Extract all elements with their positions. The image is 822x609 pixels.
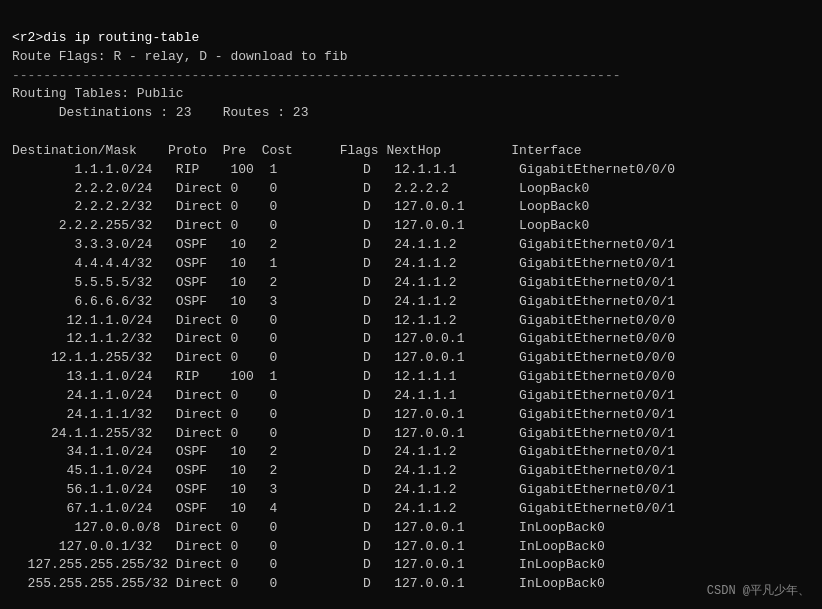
table-row: 255.255.255.255/32 Direct 0 0 D 127.0.0.… (12, 576, 605, 591)
table-row: 12.1.1.0/24 Direct 0 0 D 12.1.1.2 Gigabi… (12, 313, 675, 328)
table-row: 127.255.255.255/32 Direct 0 0 D 127.0.0.… (12, 557, 605, 572)
table-row: 2.2.2.0/24 Direct 0 0 D 2.2.2.2 LoopBack… (12, 181, 589, 196)
table-row: 3.3.3.0/24 OSPF 10 2 D 24.1.1.2 GigabitE… (12, 237, 675, 252)
table-row: 24.1.1.0/24 Direct 0 0 D 24.1.1.1 Gigabi… (12, 388, 675, 403)
terminal-window: <r2>dis ip routing-table Route Flags: R … (12, 10, 810, 609)
table-row: 12.1.1.2/32 Direct 0 0 D 127.0.0.1 Gigab… (12, 331, 675, 346)
separator-line: ----------------------------------------… (12, 68, 621, 83)
table-row: 67.1.1.0/24 OSPF 10 4 D 24.1.1.2 Gigabit… (12, 501, 675, 516)
table-row: 127.0.0.0/8 Direct 0 0 D 127.0.0.1 InLoo… (12, 520, 605, 535)
table-rows: 1.1.1.0/24 RIP 100 1 D 12.1.1.1 GigabitE… (12, 162, 675, 592)
routing-tables: Routing Tables: Public (12, 86, 184, 101)
destinations-routes: Destinations : 23 Routes : 23 (12, 105, 308, 120)
table-row: 45.1.1.0/24 OSPF 10 2 D 24.1.1.2 Gigabit… (12, 463, 675, 478)
table-row: 5.5.5.5/32 OSPF 10 2 D 24.1.1.2 GigabitE… (12, 275, 675, 290)
table-row: 24.1.1.255/32 Direct 0 0 D 127.0.0.1 Gig… (12, 426, 675, 441)
watermark: CSDN @平凡少年、 (707, 582, 810, 601)
table-row: 1.1.1.0/24 RIP 100 1 D 12.1.1.1 GigabitE… (12, 162, 675, 177)
table-row: 56.1.1.0/24 OSPF 10 3 D 24.1.1.2 Gigabit… (12, 482, 675, 497)
table-row: 6.6.6.6/32 OSPF 10 3 D 24.1.1.2 GigabitE… (12, 294, 675, 309)
table-row: 12.1.1.255/32 Direct 0 0 D 127.0.0.1 Gig… (12, 350, 675, 365)
command-line: <r2>dis ip routing-table (12, 30, 199, 45)
table-header: Destination/Mask Proto Pre Cost Flags Ne… (12, 143, 582, 158)
table-row: 4.4.4.4/32 OSPF 10 1 D 24.1.1.2 GigabitE… (12, 256, 675, 271)
table-row: 2.2.2.2/32 Direct 0 0 D 127.0.0.1 LoopBa… (12, 199, 589, 214)
table-row: 13.1.1.0/24 RIP 100 1 D 12.1.1.1 Gigabit… (12, 369, 675, 384)
route-flags: Route Flags: R - relay, D - download to … (12, 49, 347, 64)
table-row: 34.1.1.0/24 OSPF 10 2 D 24.1.1.2 Gigabit… (12, 444, 675, 459)
table-row: 24.1.1.1/32 Direct 0 0 D 127.0.0.1 Gigab… (12, 407, 675, 422)
table-row: 2.2.2.255/32 Direct 0 0 D 127.0.0.1 Loop… (12, 218, 589, 233)
table-row: 127.0.0.1/32 Direct 0 0 D 127.0.0.1 InLo… (12, 539, 605, 554)
